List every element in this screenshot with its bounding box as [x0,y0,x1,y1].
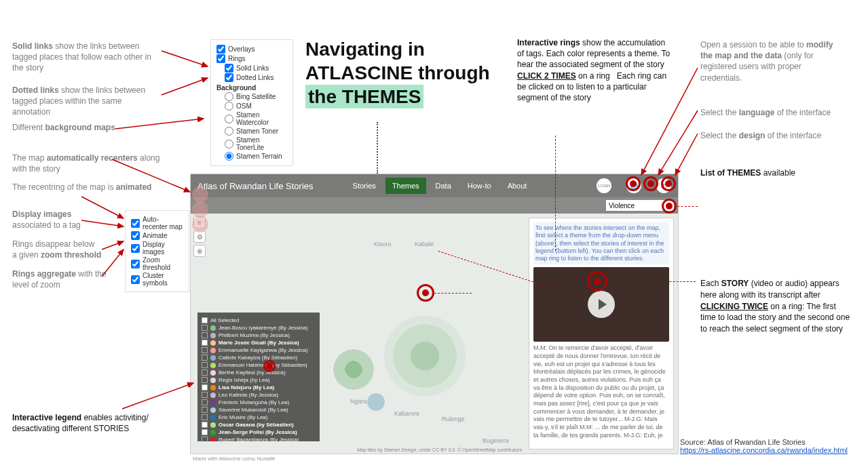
halo-tool-locate [192,216,208,233]
legend-row[interactable]: Rupert Bazambanza (By Jessica) [202,436,316,441]
login-button[interactable]: LOGIN [597,178,611,193]
mark-big-ring [417,284,434,302]
overlays-panel[interactable]: Overlays Rings Solid Links Dotted Links … [210,39,293,166]
bg-toner[interactable]: Stamen Toner [225,127,287,136]
source-label: Source: Atlas of Rwandan Life Stories [680,438,806,446]
svg-line-1 [162,78,208,95]
halo-tool-layers [192,186,208,203]
mark-login [626,176,641,191]
tool-locate-icon[interactable]: ⊕ [193,245,206,257]
dash-theme [677,206,698,207]
title-highlight: the THEMES [305,85,423,108]
settings-panel[interactable]: Auto-recenter map Animate Display images… [125,210,189,292]
bg-osm[interactable]: OSM [225,102,287,111]
mark-language [643,176,658,191]
map-label-rulenge: Rulenge [442,416,465,422]
chk-dotted-links[interactable]: Dotted Links [225,73,287,82]
atlascine-app: Atlas of Rwandan Life Stories Stories Th… [190,174,679,454]
title-line2: ATLASCINE through [305,62,490,83]
svg-line-8 [122,383,193,409]
nav-about[interactable]: About [501,178,534,194]
nav-data[interactable]: Data [429,178,458,194]
map-label-ngara: Ngara [350,398,367,405]
ann-language: Select the language of the interface [700,107,850,118]
bg-bing[interactable]: Bing Satellite [225,92,287,101]
ann-theme-list: List of THEMES available [700,168,795,178]
legend-row[interactable]: Frederic Mutanguha (By Lea) [202,399,316,406]
svg-line-11 [675,134,698,175]
chk-auto-recenter[interactable]: Auto-recenter map [131,216,183,230]
legend-row[interactable]: Lisa Ndejuru (By Lea) [202,384,316,391]
legend-row[interactable]: Regis Isheja (by Lea) [202,376,316,384]
chk-rings[interactable]: Rings [216,54,287,63]
map-label-bugesera: Bugesera [483,437,509,444]
bg-tonerlite[interactable]: Stamen TonerLite [225,136,287,151]
legend-all-selected[interactable]: All Selected [202,317,316,324]
ann-recenter: The map automatically recenters along wi… [12,153,162,174]
app-body: ≡ ⚙ ⊕ Kisoro Kabale Kigali Ngara Kabaror… [191,214,678,454]
chk-solid-links[interactable]: Solid Links [225,64,287,73]
legend-row[interactable]: Jean-Bosco Iyakaremye (By Jessica) [202,324,316,332]
made-with: Made with Atlascine using Nunaliit [193,456,275,460]
title-connector [377,122,378,174]
legend-row[interactable]: Oscar Gasana (by Sébastien) [202,421,316,428]
source-link[interactable]: https://rs-atlascine.concordia.ca/rwanda… [680,446,848,454]
bg-terrain[interactable]: Stamen Terrain [225,152,287,161]
ann-animate: The recentring of the map is animated [12,182,162,193]
app-nav: Stories Themes Data How-to About [346,178,534,194]
legend-row[interactable]: Eric Musée (By Lea) [202,414,316,421]
ann-design: Select the design of the interface [700,130,850,141]
chk-cluster[interactable]: Cluster symbols [131,272,183,287]
map-label-kabale: Kabale [415,241,434,247]
chk-zoom-threshold[interactable]: Zoom threshold [131,256,183,271]
legend-row[interactable]: Xaverine Mukandoli (By Lea) [202,406,316,414]
legend-row[interactable]: Emmanuelle Kayiganwa (By Jessica) [202,346,316,354]
title-line1: Navigating in [305,39,425,60]
nav-stories[interactable]: Stories [346,178,383,194]
legend-row[interactable]: Jean-Serge Polisi (By Jessica) [202,428,316,436]
app-brand: Atlas of Rwandan Life Stories [197,181,314,191]
svg-line-10 [658,111,698,175]
map-area[interactable]: ≡ ⚙ ⊕ Kisoro Kabale Kigali Ngara Kabaror… [191,214,678,454]
nav-howto[interactable]: How-to [461,178,498,194]
map-label-kabarore: Kabarore [394,410,419,417]
chk-display-images[interactable]: Display images [131,241,183,256]
mark-video [587,271,607,292]
chk-overlays[interactable]: Overlays [216,45,287,54]
bg-watercolor[interactable]: Stamen Watercolor [225,111,287,126]
page-title: Navigating in ATLASCINE through the THEM… [305,37,490,108]
mark-legend-item [263,360,276,372]
svg-line-0 [162,51,208,66]
map-ring-small-4[interactable] [367,393,385,411]
halo-tool-settings [192,201,208,218]
mark-theme-select [662,199,677,214]
play-icon[interactable] [588,291,615,318]
source-credit: Source: Atlas of Rwandan Life Stories ht… [680,438,848,454]
background-header: Background [216,84,287,92]
map-ring-mid[interactable] [333,349,374,390]
dash-click-twice [434,293,472,294]
map-ring-large[interactable] [384,315,466,397]
story-legend[interactable]: All Selected Jean-Bosco Iyakaremye (By J… [197,313,320,441]
ann-solid-dotted: Solid links show the links between tagge… [12,41,162,117]
dash-story [607,281,696,282]
dash-ring-v [555,136,556,251]
theme-select-bar [191,197,678,214]
ann-story-panel: Each STORY (video or audio) appears here… [700,278,853,335]
chk-animate[interactable]: Animate [131,231,183,240]
legend-row[interactable]: Emmanuel Habimana (by Sébastien) [202,361,316,369]
legend-row[interactable]: Philibert Muzima (By Jessica) [202,332,316,339]
ann-legend: Interactive legend enables activiting/de… [12,412,182,434]
legend-row[interactable]: Marie Josée Gicali (By Jessica) [202,339,316,346]
map-attribution: Map tiles by Stamen Design, under CC BY … [357,447,522,452]
legend-row[interactable]: Leo Kalinda (By Jessica) [202,391,316,399]
ann-background: Different background maps [12,122,162,133]
legend-row[interactable]: Callixte Kabayiza (By Sébastien) [202,354,316,361]
story-transcript: M.M: On te remercie d'avoir accepté, d'a… [533,344,669,445]
app-header: Atlas of Rwandan Life Stories Stories Th… [191,174,678,197]
mark-design [661,176,676,191]
legend-row[interactable]: Berthe Kayitesi (by Jessica) [202,369,316,376]
nav-themes[interactable]: Themes [385,178,426,194]
ann-login: Open a session to be able to modify the … [700,39,843,83]
story-panel: To see where the stories intersect on th… [529,218,674,449]
